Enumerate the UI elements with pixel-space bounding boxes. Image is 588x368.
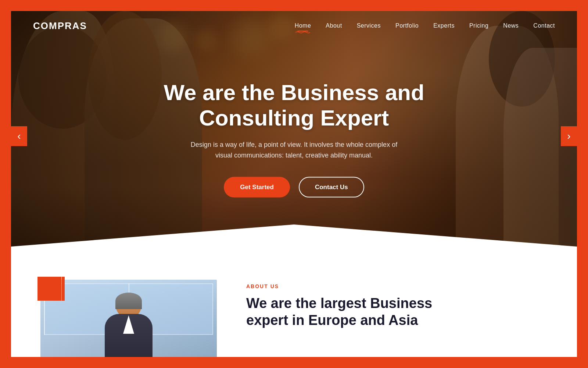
svg-marker-0: [11, 224, 577, 261]
navbar: COMPRAS Home About Services Portfolio Ex…: [11, 11, 577, 40]
nav-links: Home About Services Portfolio Experts Pr…: [295, 22, 555, 29]
nav-link-portfolio[interactable]: Portfolio: [395, 22, 419, 29]
carousel-next-button[interactable]: ›: [561, 126, 577, 146]
about-title: We are the largest Business expert in Eu…: [246, 295, 548, 329]
nav-link-home[interactable]: Home: [295, 22, 311, 29]
nav-item-contact[interactable]: Contact: [533, 22, 555, 29]
hero-content: We are the Business and Consulting Exper…: [151, 80, 437, 198]
carousel-prev-button[interactable]: ‹: [11, 126, 27, 146]
nav-item-services[interactable]: Services: [357, 22, 381, 29]
nav-link-contact[interactable]: Contact: [533, 22, 555, 29]
about-orange-accent: [37, 277, 61, 301]
chevron-right-icon: ›: [567, 130, 570, 142]
nav-home-underline-icon: [295, 31, 310, 33]
nav-link-news[interactable]: News: [503, 22, 519, 29]
nav-item-about[interactable]: About: [326, 22, 342, 29]
chevron-left-icon: ‹: [17, 130, 21, 142]
nav-link-pricing[interactable]: Pricing: [469, 22, 488, 29]
about-label: ABOUT US: [246, 283, 548, 289]
get-started-button[interactable]: Get Started: [224, 177, 290, 197]
contact-us-button[interactable]: Contact Us: [299, 177, 364, 197]
nav-item-portfolio[interactable]: Portfolio: [395, 22, 419, 29]
nav-item-pricing[interactable]: Pricing: [469, 22, 488, 29]
hero-bottom-shape: [11, 217, 577, 261]
about-text: ABOUT US We are the largest Business exp…: [246, 280, 548, 329]
about-image: [40, 280, 217, 357]
about-orange-bar: [62, 277, 65, 301]
nav-item-experts[interactable]: Experts: [433, 22, 455, 29]
nav-item-home[interactable]: Home: [295, 22, 311, 29]
hero-section: COMPRAS Home About Services Portfolio Ex…: [11, 11, 577, 261]
about-image-container: [40, 280, 217, 357]
nav-link-about[interactable]: About: [326, 22, 342, 29]
nav-link-experts[interactable]: Experts: [433, 22, 455, 29]
hero-subtitle: Design is a way of life, a point of view…: [184, 139, 404, 161]
brand-logo[interactable]: COMPRAS: [33, 20, 87, 32]
nav-item-news[interactable]: News: [503, 22, 519, 29]
about-section: ABOUT US We are the largest Business exp…: [11, 261, 577, 357]
hero-cta-group: Get Started Contact Us: [151, 177, 437, 197]
hero-title: We are the Business and Consulting Exper…: [151, 80, 437, 131]
nav-link-services[interactable]: Services: [357, 22, 381, 29]
